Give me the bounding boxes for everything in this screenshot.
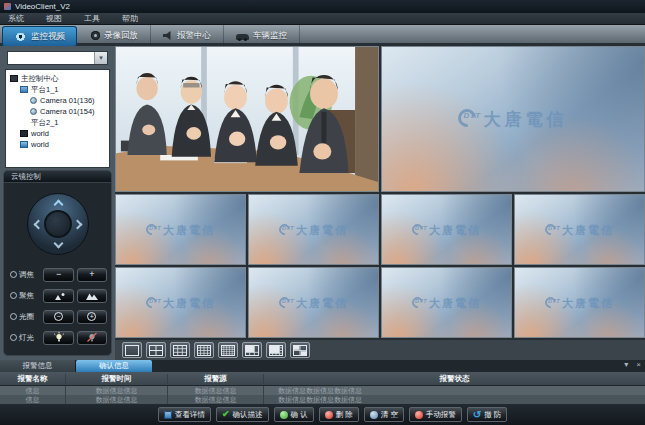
ptz-dpad[interactable] [27, 193, 89, 255]
circled-plus-icon: + [87, 312, 96, 321]
detail-icon [164, 411, 172, 419]
layout-4-icon [149, 345, 163, 356]
confirm-button[interactable]: 确 认 [274, 407, 314, 422]
video-tile-9[interactable]: DTT大唐電信 [381, 267, 512, 338]
arrow-left-icon[interactable] [33, 220, 43, 230]
video-tile-8[interactable]: DTT大唐電信 [248, 267, 379, 338]
tree-node-world-1[interactable]: world [10, 128, 109, 139]
alarm-row[interactable]: 信息 数据信息信息 数据信息信息 数据信息数据信息数据信息 [0, 395, 645, 404]
action-bar: 查看详情 ✔ 确认描述 确 认 删 除 清 空 手动报警 ↺ 撤 防 [0, 404, 645, 425]
tab-label: 监控视频 [31, 31, 65, 43]
video-tile-7[interactable]: DTT大唐電信 [115, 267, 246, 338]
video-tile-3[interactable]: DTT大唐電信 [115, 194, 246, 265]
tab-playback[interactable]: 录像回放 [79, 25, 151, 46]
ptz-hub[interactable] [44, 210, 72, 238]
zoom-label: 调焦 [19, 270, 40, 280]
cell-name: 信息 [0, 395, 65, 405]
disarm-button[interactable]: ↺ 撤 防 [467, 407, 507, 422]
video-tile-5[interactable]: DTT大唐電信 [381, 194, 512, 265]
green-dot-icon [280, 411, 288, 419]
window-title: VideoClient_V2 [15, 2, 70, 11]
cell-time: 数据信息信息 [65, 395, 167, 405]
layout-9-button[interactable] [170, 342, 190, 358]
video-tile-6[interactable]: DTT大唐電信 [514, 194, 645, 265]
menu-tools[interactable]: 工具 [84, 13, 100, 24]
view-detail-button[interactable]: 查看详情 [158, 407, 211, 422]
plus-icon: + [89, 270, 94, 279]
app-icon [4, 3, 11, 10]
layout-mixed-button[interactable] [290, 342, 310, 358]
layout-16-button[interactable] [194, 342, 214, 358]
tree-label: Camera 01(154) [40, 107, 95, 116]
menu-system[interactable]: 系统 [8, 13, 24, 24]
device-search-input[interactable] [8, 52, 94, 64]
menu-help[interactable]: 帮助 [122, 13, 138, 24]
clear-button[interactable]: 清 空 [364, 407, 404, 422]
menu-view[interactable]: 视图 [46, 13, 62, 24]
tree-label: world [31, 140, 49, 149]
layout-strip [115, 340, 645, 360]
tab-vehicle-monitor[interactable]: 车辆监控 [224, 25, 300, 46]
arrow-down-icon[interactable] [53, 239, 63, 249]
tab-alarm-info[interactable]: 报警信息 [0, 360, 76, 372]
cell-status: 数据信息数据信息数据信息 [263, 395, 645, 405]
layout-1-icon [125, 345, 139, 356]
video-tile-10[interactable]: DTT大唐電信 [514, 267, 645, 338]
tree-node-world-2[interactable]: world [10, 139, 109, 150]
chevron-down-icon[interactable]: ▾ [94, 52, 107, 64]
ptz-iris-row: 光圈 − + [10, 308, 107, 325]
tree-node-camera-136[interactable]: Camera 01(136) [10, 95, 109, 106]
layout-4-button[interactable] [146, 342, 166, 358]
tree-node-platform2[interactable]: 平台2_1 [10, 117, 109, 128]
video-tile-4[interactable]: DTT大唐電信 [248, 194, 379, 265]
layout-1-5-button[interactable] [242, 342, 262, 358]
undo-arrow-icon: ↺ [473, 410, 481, 420]
light-row-icon [10, 334, 17, 341]
tree-node-camera-154[interactable]: Camera 01(154) [10, 106, 109, 117]
tab-confirm-info[interactable]: 确认信息 [76, 360, 152, 372]
iris-open-button[interactable]: + [77, 310, 107, 324]
bulb-off-icon [86, 332, 98, 343]
delete-button[interactable]: 删 除 [319, 407, 359, 422]
dtt-watermark: DTT 大唐電信 [458, 107, 567, 131]
zoom-out-button[interactable]: − [43, 268, 73, 282]
tab-label: 车辆监控 [253, 30, 287, 42]
button-label: 确 认 [291, 410, 308, 420]
watermark-name: 大唐電信 [163, 223, 215, 238]
arrow-right-icon[interactable] [72, 220, 82, 230]
dtt-watermark: DTT大唐電信 [412, 222, 481, 238]
focus-label: 聚焦 [19, 291, 40, 301]
video-tile-main[interactable] [115, 46, 379, 192]
confirm-description-button[interactable]: ✔ 确认描述 [216, 407, 269, 422]
video-tile-2[interactable]: DTT 大唐電信 [381, 46, 645, 192]
iris-close-button[interactable]: − [43, 310, 73, 324]
tab-live-video[interactable]: 监控视频 [2, 26, 77, 47]
col-alarm-status: 报警状态 [263, 374, 645, 384]
light-on-button[interactable] [43, 331, 73, 345]
tab-alarm-center[interactable]: 报警中心 [151, 25, 224, 46]
layout-25-button[interactable] [218, 342, 238, 358]
button-label: 删 除 [336, 410, 353, 420]
manual-alarm-button[interactable]: 手动报警 [409, 407, 462, 422]
focus-near-button[interactable] [43, 289, 73, 303]
light-label: 灯光 [19, 333, 40, 343]
focus-row-icon [10, 292, 17, 299]
layout-1-7-icon [269, 345, 283, 356]
button-label: 清 空 [381, 410, 398, 420]
layout-1-7-button[interactable] [266, 342, 286, 358]
layout-9-icon [173, 345, 187, 356]
focus-far-button[interactable] [77, 289, 107, 303]
arrow-up-icon[interactable] [53, 200, 63, 210]
light-off-button[interactable] [77, 331, 107, 345]
collapse-icon[interactable]: ▾ [624, 361, 628, 369]
alarm-dot-icon [415, 411, 423, 419]
close-icon[interactable]: × [636, 361, 641, 369]
world-icon [20, 141, 28, 148]
tree-label: 平台1_1 [31, 85, 59, 95]
tree-node-platform1[interactable]: 平台1_1 [10, 84, 109, 95]
zoom-in-button[interactable]: + [77, 268, 107, 282]
col-alarm-source: 报警源 [167, 374, 263, 384]
device-search-combo[interactable]: ▾ [7, 51, 108, 65]
tree-node-control-center[interactable]: 主控制中心 [10, 73, 109, 84]
layout-1-button[interactable] [122, 342, 142, 358]
